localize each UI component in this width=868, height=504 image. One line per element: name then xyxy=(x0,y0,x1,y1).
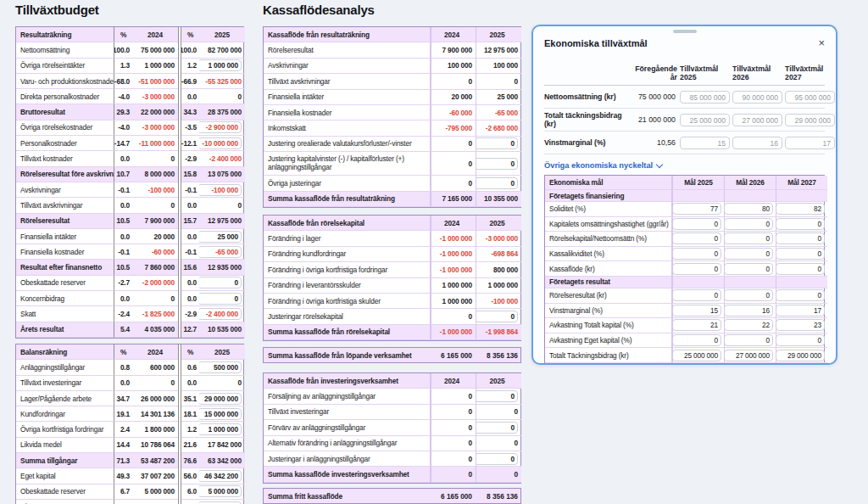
value-2025-input[interactable]: 29 000 000 xyxy=(199,393,242,405)
goal-2025-input[interactable]: 25 000 000 xyxy=(680,114,730,126)
goal-2026-input[interactable]: 16 xyxy=(732,137,782,149)
goal-2027-input[interactable]: 95 000 000 xyxy=(785,91,835,104)
value-2024-cell: -60 000 xyxy=(132,244,178,260)
value-2025-input[interactable]: 500 000 xyxy=(199,361,242,373)
value-2025-cell: 28 375 000 xyxy=(199,104,245,120)
target-2026-cell: 0 xyxy=(724,333,776,349)
target-2026-input[interactable]: 0 xyxy=(724,289,773,301)
goal-2026-input[interactable]: 90 000 000 xyxy=(732,91,782,104)
value-2025-input[interactable]: 0 xyxy=(476,390,518,402)
value-2025-input[interactable]: 0 xyxy=(476,422,518,434)
target-2025-input[interactable]: 77 xyxy=(672,203,721,215)
value-2025-input[interactable]: 5 000 000 xyxy=(199,485,242,497)
other-key-figures-link[interactable]: Övriga ekonomiska nyckeltal xyxy=(544,161,662,170)
row-label: Summa kassaflöde investeringsverksamhet xyxy=(264,467,431,482)
value-2025-input[interactable]: 2 500 000 xyxy=(199,501,242,504)
table-row: Rörelsekapital/Nettoomsättn (%) 0 0 0 xyxy=(545,232,824,247)
target-2026-input[interactable]: 0 xyxy=(724,263,773,275)
target-2027-input[interactable]: 0 xyxy=(776,248,825,260)
row-label: Justeringar i anläggningstillgångar xyxy=(264,451,431,467)
target-2025-input[interactable]: 0 xyxy=(672,248,721,260)
table-row: Långfristiga skulder 3.5 2 600 000 3.0 2… xyxy=(16,500,243,504)
target-2027-cell: 23 xyxy=(776,318,827,333)
value-2025-input[interactable]: 0 xyxy=(199,277,242,288)
header-2024: 2024 xyxy=(431,27,476,42)
target-2027-input[interactable]: 0 xyxy=(776,289,825,301)
goal-2025-input[interactable]: 15 xyxy=(680,137,730,149)
target-2027-input[interactable]: 29 000 000 xyxy=(776,350,825,361)
summary-2025: 8 356 136 xyxy=(476,492,521,501)
value-2025-input[interactable]: 0 xyxy=(476,177,518,189)
value-2025-input[interactable]: 1 000 000 xyxy=(199,423,242,435)
value-2025-input[interactable]: 0 xyxy=(476,311,518,322)
target-2025-input[interactable]: 0 xyxy=(672,263,721,275)
target-2025-input[interactable]: 0 xyxy=(672,218,721,230)
table-row: Tillväxt investeringar 0 0 xyxy=(264,405,520,420)
target-2025-input[interactable]: 0 xyxy=(672,289,721,301)
goal-2027-input[interactable]: 17 xyxy=(785,137,835,149)
table-row: Summa kassaflöde från resultaträkning 7 … xyxy=(264,192,520,207)
value-2024-cell: 22 000 000 xyxy=(132,104,178,120)
value-2025-input[interactable]: 1 000 000 xyxy=(199,59,242,71)
row-label: Anläggningstillgångar xyxy=(16,360,114,375)
header-2024: 2024 xyxy=(132,27,178,42)
value-2025-input[interactable]: -10 000 000 xyxy=(199,137,242,149)
pct-2025-cell: 6.0 xyxy=(181,484,199,500)
target-2027-input[interactable]: 0 xyxy=(776,218,825,230)
value-2025-input[interactable]: -100 000 xyxy=(199,184,242,196)
panel-title: Ekonomiska tillväxtmål xyxy=(544,38,648,48)
target-2026-input[interactable]: 0 xyxy=(724,232,773,244)
close-icon[interactable]: × xyxy=(818,38,825,48)
table-row: Anläggningstillgångar 0.8 600 000 0.6 50… xyxy=(16,360,243,375)
value-2025-input[interactable]: -65 000 xyxy=(199,246,242,258)
goal-2025-input[interactable]: 85 000 000 xyxy=(680,91,730,104)
drag-handle[interactable] xyxy=(673,30,697,33)
target-2026-input[interactable]: 80 xyxy=(724,203,773,215)
target-2025-input[interactable]: 25 000 000 xyxy=(672,350,721,361)
target-2027-input[interactable]: 0 xyxy=(776,263,825,275)
value-2025-input[interactable]: 0 xyxy=(476,453,518,465)
target-2025-input[interactable]: 15 xyxy=(672,305,721,316)
value-2025-input: 0 xyxy=(238,378,242,387)
pct-2025-cell: -0.1 xyxy=(181,244,199,260)
pct-2025-cell: 76.6 xyxy=(181,453,199,468)
value-2025-cell: 10 355 000 xyxy=(476,192,521,207)
value-2025-input[interactable]: -2 400 000 xyxy=(199,308,242,320)
row-label: Obeskattade reserver xyxy=(16,484,114,500)
value-2025-input: -100 000 xyxy=(491,297,518,305)
goal-2026-input[interactable]: 27 000 000 xyxy=(732,114,782,126)
target-2027-input[interactable]: 0 xyxy=(776,232,825,244)
table-row: Resultat efter finansnetto 10.5 7 860 00… xyxy=(16,260,243,275)
target-2026-input[interactable]: 27 000 000 xyxy=(724,350,773,361)
value-2025-input[interactable]: 0 xyxy=(476,158,518,170)
value-2025-input[interactable]: 25 000 xyxy=(199,231,242,243)
target-2026-input[interactable]: 0 xyxy=(724,218,773,230)
value-2025-input: -2 680 000 xyxy=(486,124,518,132)
value-2025-input[interactable]: 0 xyxy=(199,293,242,305)
value-2025-input[interactable]: 0 xyxy=(476,137,518,149)
row-label: Kapitalets omsättningshastighet (ggr/år) xyxy=(545,217,672,232)
target-2026-input[interactable]: 22 xyxy=(724,319,773,331)
pct-2025-cell: -2.9 xyxy=(181,151,199,166)
target-2027-input[interactable]: 17 xyxy=(776,305,825,316)
target-2027-input[interactable]: 82 xyxy=(776,203,825,215)
header-goal-2027: Mål 2027 xyxy=(776,176,827,190)
target-2026-input[interactable]: 16 xyxy=(724,305,773,316)
previous-year-value: 21 000 000 xyxy=(626,115,677,124)
value-2025-input[interactable]: -2 900 000 xyxy=(199,121,242,133)
target-2027-input[interactable]: 23 xyxy=(776,319,825,331)
pct-2025-cell: 0.0 xyxy=(181,276,199,291)
goal-2027-input[interactable]: 29 000 000 xyxy=(785,114,835,126)
target-2026-input[interactable]: 0 xyxy=(724,248,773,260)
target-2025-input[interactable]: 21 xyxy=(672,319,721,331)
value-2025-input[interactable]: 46 342 200 xyxy=(199,470,242,482)
target-2025-input[interactable]: 0 xyxy=(672,232,721,244)
table-row: Kassalikviditet (%) 0 0 0 xyxy=(545,247,824,262)
page-title-growth-budget: Tillväxtbudget xyxy=(15,3,99,17)
header-goal-2026: Tillväxtmål 2026 xyxy=(732,64,782,81)
value-2025-input[interactable]: 15 000 000 xyxy=(199,408,242,420)
row-label: Lager/Pågående arbete xyxy=(16,391,114,406)
target-2027-input[interactable]: 0 xyxy=(776,334,825,346)
target-2025-input[interactable]: 0 xyxy=(672,334,721,346)
target-2026-input[interactable]: 0 xyxy=(724,334,773,346)
